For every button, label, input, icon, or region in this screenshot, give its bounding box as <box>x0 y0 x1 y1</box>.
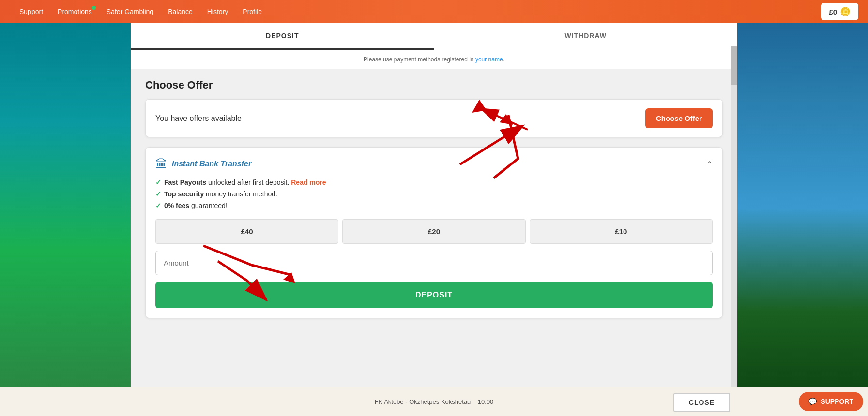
balance-display[interactable]: £0 🪙 <box>821 3 858 20</box>
nav-promotions[interactable]: Promotions <box>58 8 92 15</box>
feature-bold-1: Fast Payouts <box>164 178 206 186</box>
choose-offer-heading: Choose Offer <box>145 79 723 91</box>
feature-bold-3: 0% fees <box>164 202 189 209</box>
feature-list: ✓ Fast Payouts unlocked after first depo… <box>155 178 713 209</box>
scrollbar-thumb[interactable] <box>731 46 737 85</box>
chevron-up-icon[interactable]: ⌃ <box>706 160 713 169</box>
amount-input[interactable] <box>155 251 713 275</box>
nav-links: Support Promotions Safer Gambling Balanc… <box>19 8 262 15</box>
check-icon-2: ✓ <box>155 190 161 198</box>
support-label: SUPPORT <box>821 398 853 405</box>
navbar: Support Promotions Safer Gambling Balanc… <box>0 0 868 23</box>
payment-card: 🏛 Instant Bank Transfer ⌃ ✓ Fast Payouts… <box>145 147 723 318</box>
feature-fast-payouts: ✓ Fast Payouts unlocked after first depo… <box>155 178 713 186</box>
deposit-button[interactable]: DEPOSIT <box>155 282 713 308</box>
tab-withdraw[interactable]: WITHDRAW <box>434 23 738 50</box>
info-link[interactable]: your name <box>475 56 503 63</box>
feature-bold-2: Top security <box>164 190 204 198</box>
scrollbar-track[interactable] <box>731 46 737 387</box>
nav-support[interactable]: Support <box>19 8 43 15</box>
amount-button-40[interactable]: £40 <box>155 219 338 244</box>
match-time: 10:00 <box>478 398 494 405</box>
choose-offer-button[interactable]: Choose Offer <box>645 108 713 128</box>
support-chat-icon: 💬 <box>808 398 817 405</box>
background-left <box>0 0 131 416</box>
check-icon-1: ✓ <box>155 178 161 186</box>
offer-card: You have offers available Choose Offer <box>145 99 723 137</box>
offer-card-text: You have offers available <box>155 114 242 123</box>
nav-balance[interactable]: Balance <box>168 8 193 15</box>
inner-content: Choose Offer You have offers available C… <box>131 69 737 328</box>
balance-amount: £0 <box>829 8 837 16</box>
nav-safer-gambling[interactable]: Safer Gambling <box>107 8 153 15</box>
read-more-link[interactable]: Read more <box>291 178 326 186</box>
coins-icon: 🪙 <box>840 6 851 17</box>
tab-deposit[interactable]: DEPOSIT <box>131 23 434 50</box>
match-info: FK Aktobe - Okzhetpes Kokshetau 10:00 <box>10 398 858 405</box>
amount-button-10[interactable]: £10 <box>530 219 713 244</box>
nav-profile[interactable]: Profile <box>243 8 262 15</box>
amount-buttons-group: £40 £20 £10 <box>155 219 713 244</box>
feature-top-security: ✓ Top security money transfer method. <box>155 190 713 198</box>
tabs-container: DEPOSIT WITHDRAW <box>131 23 737 50</box>
info-bar: Please use payment methods registered in… <box>131 50 737 69</box>
bank-icon: 🏛 <box>155 157 167 171</box>
payment-header: 🏛 Instant Bank Transfer ⌃ <box>155 157 713 171</box>
payment-method-name[interactable]: Instant Bank Transfer <box>172 160 251 168</box>
close-button[interactable]: CLOSE <box>673 393 730 412</box>
amount-button-20[interactable]: £20 <box>342 219 525 244</box>
modal-overlay: DEPOSIT WITHDRAW Please use payment meth… <box>131 23 737 416</box>
support-button[interactable]: 💬 SUPPORT <box>799 392 863 411</box>
nav-history[interactable]: History <box>207 8 228 15</box>
match-teams: FK Aktobe - Okzhetpes Kokshetau <box>375 398 471 405</box>
bottom-bar: FK Aktobe - Okzhetpes Kokshetau 10:00 <box>0 387 868 416</box>
feature-zero-fees: ✓ 0% fees guaranteed! <box>155 202 713 209</box>
modal-content: DEPOSIT WITHDRAW Please use payment meth… <box>131 23 737 416</box>
check-icon-3: ✓ <box>155 202 161 209</box>
payment-title: 🏛 Instant Bank Transfer <box>155 157 251 171</box>
